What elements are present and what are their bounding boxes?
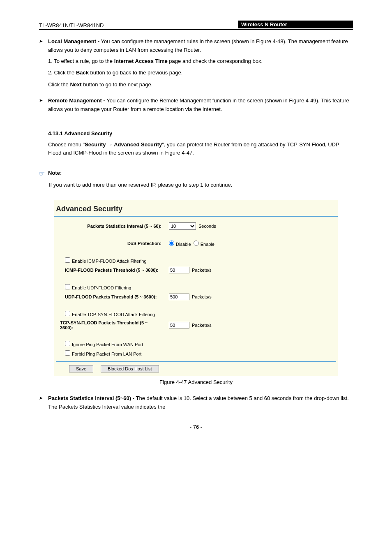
label-dos: DoS Protection: <box>56 241 169 246</box>
bullet-local-text: Local Management - You can configure the… <box>48 37 353 55</box>
note-block: ☞ Note: <box>39 170 353 178</box>
icmp-unit: Packets/s <box>192 268 212 273</box>
section-intro-menu: Security → Advanced Security <box>85 141 162 148</box>
page-header: TL-WR841N/TL-WR841ND Wireless N Router <box>39 21 353 30</box>
forbid-lan-checkbox[interactable] <box>65 350 70 356</box>
note-body: If you want to add more than one reserve… <box>49 181 353 190</box>
row-icmp-threshold: ICMP-FLOOD Packets Threshold (5 ~ 3600):… <box>56 267 336 273</box>
label-udp: UDP-FLOOD Packets Threshold (5 ~ 3600): <box>56 294 169 299</box>
step-2-post: button to go back to the previous page. <box>89 69 182 76</box>
figure-caption: Figure 4-47 Advanced Security <box>39 379 353 385</box>
row-ignore-wan: Ignore Ping Packet From WAN Port <box>56 341 336 347</box>
udp-enable-text: Enable UDP-FLOOD Filtering <box>72 285 131 290</box>
bullet-packets-stats: ➤ Packets Statistics Interval (5~60) - T… <box>39 394 353 412</box>
step-1: 1. To effect a rule, go to the Internet … <box>48 57 353 66</box>
icmp-enable-wrap: Enable ICMP-FLOOD Attack Filtering <box>56 257 169 264</box>
label-icmp: ICMP-FLOOD Packets Threshold (5 ~ 3600): <box>56 268 169 273</box>
step-2-pre: 2. Click the <box>48 69 76 76</box>
step-3: Click the Next button to go to the next … <box>48 81 353 89</box>
section-intro-pre: Choose menu " <box>48 141 85 148</box>
icmp-enable-checkbox[interactable] <box>65 257 70 263</box>
bullet-packets-text: Packets Statistics Interval (5~60) - The… <box>48 394 353 412</box>
step-1-strong: Internet Access Time <box>114 58 168 64</box>
step-3-strong: Next <box>70 81 81 88</box>
udp-unit: Packets/s <box>192 294 212 299</box>
icmp-threshold-input[interactable] <box>169 267 189 273</box>
section-intro: Choose menu "Security → Advanced Securit… <box>48 141 353 158</box>
tcp-enable-text: Enable TCP-SYN-FLOOD Attack Filtering <box>72 312 155 317</box>
dos-disable-radio[interactable] <box>169 240 174 246</box>
udp-threshold-input[interactable] <box>169 294 189 300</box>
bullet-packets-label: Packets Statistics Interval (5~60) - <box>48 395 136 401</box>
ignore-wan-text: Ignore Ping Packet From WAN Port <box>72 342 143 347</box>
row-stats: Packets Statistics Interval (5 ~ 60): 10… <box>56 222 336 230</box>
bullet-remote: ➤ Remote Management - You can configure … <box>39 97 353 114</box>
tcp-unit: Packets/s <box>192 323 212 328</box>
tcp-threshold-input[interactable] <box>169 322 189 328</box>
tcp-enable-checkbox[interactable] <box>65 311 70 316</box>
bullet-marker-icon: ➤ <box>39 39 44 44</box>
row-tcp-enable: Enable TCP-SYN-FLOOD Attack Filtering <box>56 311 336 317</box>
panel-title: Advanced Security <box>54 200 338 216</box>
bullet-local: ➤ Local Management - You can configure t… <box>39 37 353 55</box>
step-1-post: page and check the corresponding box. <box>168 58 263 64</box>
forbid-lan-wrap: Forbid Ping Packet From LAN Port <box>56 350 169 356</box>
tcp-enable-wrap: Enable TCP-SYN-FLOOD Attack Filtering <box>56 311 169 317</box>
label-tcp: TCP-SYN-FLOOD Packets Threshold (5 ~ 360… <box>56 320 169 330</box>
dos-enable-text: Enable <box>201 242 214 247</box>
advanced-security-panel: Advanced Security Packets Statistics Int… <box>54 200 338 376</box>
row-icmp-enable: Enable ICMP-FLOOD Attack Filtering <box>56 257 336 264</box>
stats-unit: Seconds <box>198 224 216 229</box>
header-model: TL-WR841N/TL-WR841ND <box>39 22 104 28</box>
step-1-pre: 1. To effect a rule, go to the <box>48 58 114 64</box>
bullet-marker-icon: ➤ <box>39 98 44 103</box>
note-label: Note: <box>48 170 62 176</box>
header-title-bar: Wireless N Router <box>238 21 353 28</box>
page-number: - 76 - <box>39 424 353 430</box>
udp-enable-checkbox[interactable] <box>65 284 70 289</box>
row-tcp-threshold: TCP-SYN-FLOOD Packets Threshold (5 ~ 360… <box>56 320 336 330</box>
bullet-remote-text: Remote Management - You can configure th… <box>48 97 353 114</box>
step-3-pre: Click the <box>48 81 70 88</box>
step-2: 2. Click the Back button to go back to t… <box>48 69 353 77</box>
row-dos: DoS Protection: Disable Enable <box>56 240 336 247</box>
udp-enable-wrap: Enable UDP-FLOOD Filtering <box>56 284 169 290</box>
bullet-marker-icon: ➤ <box>39 395 44 401</box>
section-heading: 4.13.1 Advanced Security <box>48 130 353 136</box>
label-stats: Packets Statistics Interval (5 ~ 60): <box>56 224 169 229</box>
row-udp-threshold: UDP-FLOOD Packets Threshold (5 ~ 3600): … <box>56 294 336 300</box>
ignore-wan-wrap: Ignore Ping Packet From WAN Port <box>56 341 169 347</box>
panel-separator <box>54 216 338 217</box>
dos-disable-text: Disable <box>176 242 191 247</box>
panel-separator-bottom <box>56 361 336 362</box>
dos-enable-option[interactable]: Enable <box>194 240 214 247</box>
step-3-post: button to go to the next page. <box>82 81 153 88</box>
ignore-wan-checkbox[interactable] <box>65 341 70 346</box>
dos-disable-option[interactable]: Disable <box>169 240 191 247</box>
panel-form: Packets Statistics Interval (5 ~ 60): 10… <box>54 222 338 376</box>
row-forbid-lan: Forbid Ping Packet From LAN Port <box>56 350 336 356</box>
bullet-local-label: Local Management - <box>48 38 101 44</box>
panel-button-row: Save Blocked Dos Host List <box>56 365 336 376</box>
step-2-strong: Back <box>76 69 89 76</box>
blocked-list-button[interactable]: Blocked Dos Host List <box>101 365 159 372</box>
save-button[interactable]: Save <box>69 365 93 372</box>
row-udp-enable: Enable UDP-FLOOD Filtering <box>56 284 336 290</box>
dos-enable-radio[interactable] <box>194 240 199 246</box>
bullet-remote-label: Remote Management - <box>48 97 106 104</box>
stats-interval-select[interactable]: 10 <box>169 222 196 230</box>
icmp-enable-text: Enable ICMP-FLOOD Attack Filtering <box>72 259 147 264</box>
hand-point-icon: ☞ <box>39 170 45 178</box>
forbid-lan-text: Forbid Ping Packet From LAN Port <box>72 352 141 356</box>
